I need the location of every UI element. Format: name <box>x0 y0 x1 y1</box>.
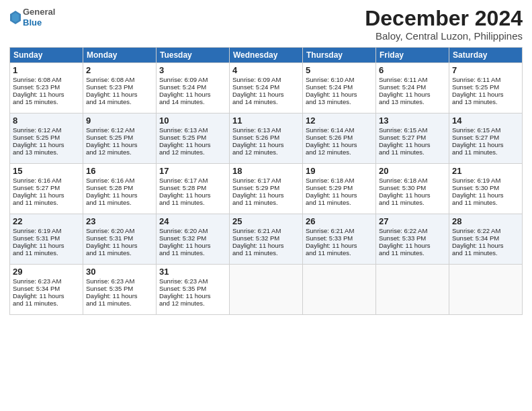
day-number: 7 <box>452 65 519 75</box>
day-number: 9 <box>86 116 153 126</box>
day-number: 1 <box>13 65 80 75</box>
day-info: Sunset: 5:32 PM <box>232 234 300 242</box>
day-info: Sunset: 5:28 PM <box>159 184 226 191</box>
calendar-cell: 21Sunrise: 6:19 AMSunset: 5:30 PMDayligh… <box>449 164 523 214</box>
day-info: Sunrise: 6:23 AM <box>13 277 80 285</box>
day-info: Sunrise: 6:22 AM <box>452 227 519 234</box>
day-info: and 12 minutes. <box>159 148 226 156</box>
day-number: 23 <box>86 216 153 226</box>
day-info: and 13 minutes. <box>452 98 519 105</box>
day-number: 26 <box>306 216 373 226</box>
day-info: Daylight: 11 hours <box>232 141 300 148</box>
day-number: 25 <box>232 216 300 226</box>
day-info: Sunrise: 6:20 AM <box>86 227 153 234</box>
day-info: Daylight: 11 hours <box>306 91 373 98</box>
day-info: and 11 minutes. <box>306 199 373 206</box>
calendar-cell: 8Sunrise: 6:12 AMSunset: 5:25 PMDaylight… <box>10 113 83 164</box>
day-info: Sunset: 5:26 PM <box>232 134 300 141</box>
day-info: Daylight: 11 hours <box>86 191 153 199</box>
day-info: and 11 minutes. <box>13 300 80 307</box>
day-info: and 13 minutes. <box>306 98 373 105</box>
day-number: 31 <box>159 267 226 277</box>
calendar-cell: 6Sunrise: 6:11 AMSunset: 5:24 PMDaylight… <box>376 63 449 113</box>
day-number: 29 <box>13 267 80 277</box>
day-info: Sunset: 5:31 PM <box>86 234 153 242</box>
calendar-cell: 18Sunrise: 6:17 AMSunset: 5:29 PMDayligh… <box>230 164 303 214</box>
day-info: and 12 minutes. <box>86 148 153 156</box>
day-info: Daylight: 11 hours <box>86 91 153 98</box>
day-info: Sunrise: 6:09 AM <box>159 76 226 83</box>
day-info: Daylight: 11 hours <box>13 191 80 199</box>
day-info: Sunset: 5:33 PM <box>306 234 373 242</box>
day-info: Daylight: 11 hours <box>159 91 226 98</box>
calendar-cell: 27Sunrise: 6:22 AMSunset: 5:33 PMDayligh… <box>376 214 449 265</box>
day-info: and 13 minutes. <box>13 148 80 156</box>
day-info: Sunrise: 6:09 AM <box>232 76 300 83</box>
day-info: Daylight: 11 hours <box>452 191 519 199</box>
day-info: and 11 minutes. <box>452 249 519 257</box>
day-info: Daylight: 11 hours <box>306 242 373 249</box>
calendar-cell: 22Sunrise: 6:19 AMSunset: 5:31 PMDayligh… <box>10 214 83 265</box>
calendar-cell: 28Sunrise: 6:22 AMSunset: 5:34 PMDayligh… <box>449 214 523 265</box>
day-info: Sunrise: 6:12 AM <box>86 126 153 134</box>
day-info: Sunset: 5:29 PM <box>306 184 373 191</box>
calendar-cell: 3Sunrise: 6:09 AMSunset: 5:24 PMDaylight… <box>157 63 230 113</box>
day-info: and 15 minutes. <box>13 98 80 105</box>
day-info: Daylight: 11 hours <box>86 141 153 148</box>
header: General Blue December 2024 Baloy, Centra… <box>9 7 523 42</box>
day-number: 10 <box>159 116 226 126</box>
day-number: 15 <box>13 166 80 176</box>
day-info: Daylight: 11 hours <box>379 191 446 199</box>
logo-blue-text: Blue <box>23 17 55 28</box>
day-info: Sunrise: 6:23 AM <box>159 277 226 285</box>
day-info: Daylight: 11 hours <box>306 141 373 148</box>
calendar-row-1: 8Sunrise: 6:12 AMSunset: 5:25 PMDaylight… <box>10 113 523 164</box>
day-number: 17 <box>159 166 226 176</box>
day-info: and 11 minutes. <box>13 249 80 257</box>
day-info: Sunrise: 6:21 AM <box>306 227 373 234</box>
day-info: and 14 minutes. <box>86 98 153 105</box>
day-info: Sunrise: 6:08 AM <box>13 76 80 83</box>
day-info: Sunset: 5:24 PM <box>159 83 226 91</box>
day-info: Sunrise: 6:17 AM <box>232 177 300 184</box>
day-info: Daylight: 11 hours <box>452 91 519 98</box>
day-number: 27 <box>379 216 446 226</box>
day-info: Sunset: 5:32 PM <box>159 234 226 242</box>
day-number: 20 <box>379 166 446 176</box>
weekday-header-monday: Monday <box>83 48 157 63</box>
calendar-cell: 19Sunrise: 6:18 AMSunset: 5:29 PMDayligh… <box>303 164 376 214</box>
day-info: Daylight: 11 hours <box>13 242 80 249</box>
day-info: Sunset: 5:35 PM <box>86 285 153 292</box>
day-number: 6 <box>379 65 446 75</box>
calendar-table: SundayMondayTuesdayWednesdayThursdayFrid… <box>9 47 523 315</box>
day-info: Sunrise: 6:22 AM <box>379 227 446 234</box>
day-number: 14 <box>452 116 519 126</box>
calendar-cell: 9Sunrise: 6:12 AMSunset: 5:25 PMDaylight… <box>83 113 157 164</box>
day-info: and 11 minutes. <box>232 199 300 206</box>
calendar-cell: 15Sunrise: 6:16 AMSunset: 5:27 PMDayligh… <box>10 164 83 214</box>
day-info: and 12 minutes. <box>306 148 373 156</box>
calendar-cell <box>449 265 523 315</box>
calendar-cell: 14Sunrise: 6:15 AMSunset: 5:27 PMDayligh… <box>449 113 523 164</box>
day-info: Sunrise: 6:18 AM <box>306 177 373 184</box>
day-info: Sunset: 5:23 PM <box>86 83 153 91</box>
day-number: 4 <box>232 65 300 75</box>
weekday-header-wednesday: Wednesday <box>230 48 303 63</box>
day-info: Sunrise: 6:16 AM <box>86 177 153 184</box>
calendar-cell: 10Sunrise: 6:13 AMSunset: 5:25 PMDayligh… <box>157 113 230 164</box>
day-info: Daylight: 11 hours <box>379 141 446 148</box>
calendar-cell: 13Sunrise: 6:15 AMSunset: 5:27 PMDayligh… <box>376 113 449 164</box>
day-info: Sunset: 5:24 PM <box>379 83 446 91</box>
day-info: and 11 minutes. <box>159 199 226 206</box>
calendar-cell: 23Sunrise: 6:20 AMSunset: 5:31 PMDayligh… <box>83 214 157 265</box>
day-info: and 11 minutes. <box>452 148 519 156</box>
calendar-cell: 31Sunrise: 6:23 AMSunset: 5:35 PMDayligh… <box>157 265 230 315</box>
day-info: Daylight: 11 hours <box>86 242 153 249</box>
day-number: 11 <box>232 116 300 126</box>
month-title: December 2024 <box>365 7 523 30</box>
day-info: Sunset: 5:25 PM <box>452 83 519 91</box>
calendar-cell <box>303 265 376 315</box>
day-info: Daylight: 11 hours <box>232 91 300 98</box>
day-info: and 12 minutes. <box>159 300 226 307</box>
day-info: Sunrise: 6:14 AM <box>306 126 373 134</box>
